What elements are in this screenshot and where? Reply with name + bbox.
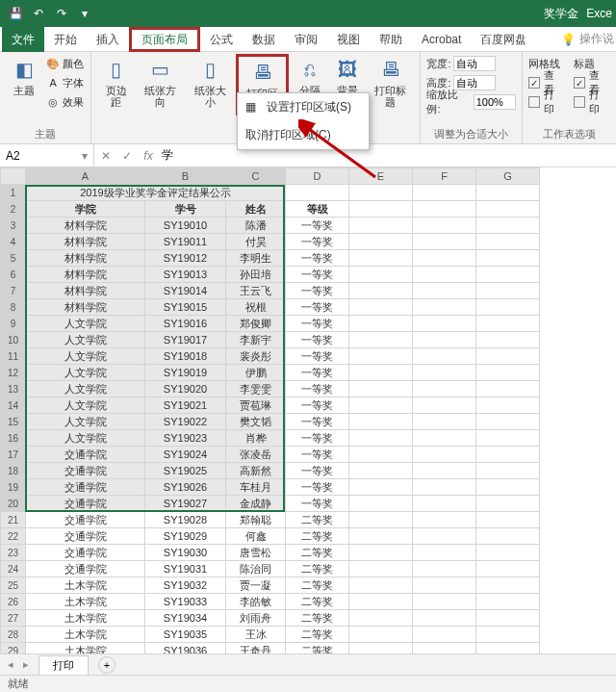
- data-cell[interactable]: 伊鹏: [226, 365, 286, 381]
- data-cell[interactable]: 二等奖: [286, 627, 349, 643]
- row-header[interactable]: 2: [1, 201, 26, 218]
- namebox-dropdown-icon[interactable]: ▾: [82, 149, 88, 163]
- tab-pagelayout[interactable]: 页面布局: [129, 27, 200, 52]
- data-cell[interactable]: 一等奖: [286, 234, 349, 250]
- tell-me[interactable]: 💡 操作说: [561, 31, 614, 47]
- sheet-nav-prev[interactable]: ◂: [8, 658, 13, 671]
- data-cell[interactable]: 人文学院: [26, 430, 145, 447]
- select-all[interactable]: [1, 168, 26, 185]
- fx-icon[interactable]: fx: [141, 149, 156, 163]
- title-cell[interactable]: 2019级学业奖学金评定结果公示: [26, 185, 286, 201]
- data-cell[interactable]: 一等奖: [286, 332, 349, 348]
- row-header[interactable]: 18: [1, 463, 26, 479]
- row-header[interactable]: 4: [1, 234, 26, 250]
- tab-insert[interactable]: 插入: [87, 27, 129, 52]
- redo-icon[interactable]: ↷: [54, 6, 69, 21]
- row-header[interactable]: 9: [1, 316, 26, 332]
- data-cell[interactable]: 一等奖: [286, 479, 349, 496]
- row-header[interactable]: 20: [1, 496, 26, 512]
- sheet-tab[interactable]: 打印: [38, 655, 89, 675]
- col-header-C[interactable]: C: [226, 168, 286, 185]
- data-cell[interactable]: 二等奖: [286, 528, 349, 545]
- row-header[interactable]: 12: [1, 365, 26, 381]
- row-header[interactable]: 11: [1, 348, 26, 365]
- data-cell[interactable]: 一等奖: [286, 348, 349, 365]
- data-cell[interactable]: 二等奖: [286, 594, 349, 610]
- data-cell[interactable]: SY19033: [145, 594, 226, 610]
- data-cell[interactable]: 王云飞: [226, 283, 286, 299]
- data-cell[interactable]: SY19016: [145, 316, 226, 332]
- data-cell[interactable]: SY19018: [145, 348, 226, 365]
- data-cell[interactable]: SY19032: [145, 577, 226, 594]
- data-cell[interactable]: 一等奖: [286, 283, 349, 299]
- data-cell[interactable]: 交通学院: [26, 545, 145, 561]
- data-cell[interactable]: 交通学院: [26, 528, 145, 545]
- data-cell[interactable]: 二等奖: [286, 561, 349, 577]
- data-cell[interactable]: 李新宇: [226, 332, 286, 348]
- data-cell[interactable]: 一等奖: [286, 365, 349, 381]
- margins-button[interactable]: ▯页边距: [97, 54, 135, 115]
- data-cell[interactable]: SY19023: [145, 430, 226, 447]
- clear-print-area[interactable]: 取消打印区域(C): [238, 121, 369, 149]
- data-cell[interactable]: 土木学院: [26, 610, 145, 627]
- data-cell[interactable]: SY19030: [145, 545, 226, 561]
- data-cell[interactable]: 人文学院: [26, 397, 145, 414]
- data-cell[interactable]: 一等奖: [286, 496, 349, 512]
- row-header[interactable]: 15: [1, 414, 26, 430]
- data-cell[interactable]: 张凌岳: [226, 447, 286, 463]
- tab-file[interactable]: 文件: [2, 27, 44, 52]
- data-cell[interactable]: SY19035: [145, 627, 226, 643]
- data-cell[interactable]: 交通学院: [26, 512, 145, 528]
- row-header[interactable]: 8: [1, 299, 26, 316]
- data-cell[interactable]: 一等奖: [286, 316, 349, 332]
- data-cell[interactable]: 一等奖: [286, 267, 349, 283]
- data-cell[interactable]: 一等奖: [286, 381, 349, 397]
- col-header-E[interactable]: E: [349, 168, 413, 185]
- data-cell[interactable]: SY19017: [145, 332, 226, 348]
- tab-data[interactable]: 数据: [243, 27, 285, 52]
- effects-button[interactable]: ◎效果: [45, 92, 84, 112]
- data-cell[interactable]: SY19015: [145, 299, 226, 316]
- data-cell[interactable]: 李雯雯: [226, 381, 286, 397]
- data-cell[interactable]: 何鑫: [226, 528, 286, 545]
- data-cell[interactable]: SY19034: [145, 610, 226, 627]
- data-cell[interactable]: 人文学院: [26, 381, 145, 397]
- row-header[interactable]: 24: [1, 561, 26, 577]
- data-cell[interactable]: 陈治同: [226, 561, 286, 577]
- data-cell[interactable]: 一等奖: [286, 218, 349, 234]
- tab-help[interactable]: 帮助: [370, 27, 412, 52]
- data-cell[interactable]: 贾一凝: [226, 577, 286, 594]
- data-cell[interactable]: 二等奖: [286, 512, 349, 528]
- new-sheet-button[interactable]: +: [98, 656, 116, 674]
- data-cell[interactable]: 土木学院: [26, 577, 145, 594]
- scale-input[interactable]: [474, 94, 516, 110]
- row-header[interactable]: 28: [1, 627, 26, 643]
- data-cell[interactable]: SY19019: [145, 365, 226, 381]
- data-cell[interactable]: 人文学院: [26, 414, 145, 430]
- tab-home[interactable]: 开始: [44, 27, 87, 52]
- data-cell[interactable]: SY19026: [145, 479, 226, 496]
- col-header-B[interactable]: B: [145, 168, 226, 185]
- cancel-formula[interactable]: ✕: [98, 149, 114, 163]
- row-header[interactable]: 6: [1, 267, 26, 283]
- data-cell[interactable]: 孙田培: [226, 267, 286, 283]
- row-header[interactable]: 1: [1, 185, 26, 201]
- data-cell[interactable]: SY19012: [145, 250, 226, 267]
- row-header[interactable]: 19: [1, 479, 26, 496]
- orientation-button[interactable]: ▭纸张方向: [137, 54, 184, 115]
- data-cell[interactable]: SY19024: [145, 447, 226, 463]
- data-cell[interactable]: 一等奖: [286, 414, 349, 430]
- save-icon[interactable]: 💾: [8, 6, 23, 21]
- data-cell[interactable]: 人文学院: [26, 316, 145, 332]
- row-header[interactable]: 7: [1, 283, 26, 299]
- data-cell[interactable]: SY19011: [145, 234, 226, 250]
- tab-acrobat[interactable]: Acrobat: [412, 27, 471, 52]
- qat-dropdown-icon[interactable]: ▾: [77, 6, 92, 21]
- data-cell[interactable]: 材料学院: [26, 299, 145, 316]
- row-header[interactable]: 27: [1, 610, 26, 627]
- sheet-nav-next[interactable]: ▸: [23, 658, 29, 671]
- data-cell[interactable]: 交通学院: [26, 463, 145, 479]
- data-cell[interactable]: SY19014: [145, 283, 226, 299]
- data-cell[interactable]: 二等奖: [286, 545, 349, 561]
- data-cell[interactable]: SY19029: [145, 528, 226, 545]
